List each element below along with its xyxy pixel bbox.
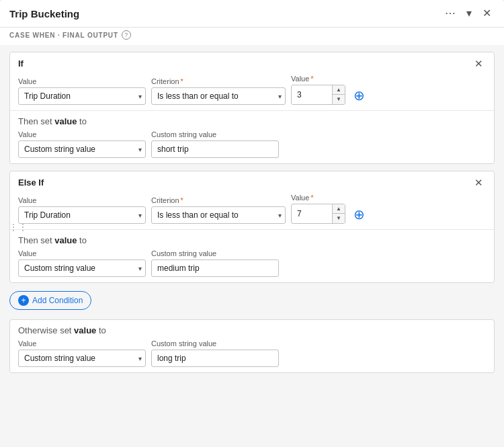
- else-if-then-row: Value Custom string value ▾ Custom strin…: [18, 249, 486, 277]
- if-add-condition-button[interactable]: ⊕: [351, 86, 367, 105]
- else-if-criterion-required: *: [181, 196, 183, 204]
- else-if-value-label: Value: [18, 196, 146, 204]
- if-then-section: Then set value to Value Custom string va…: [10, 110, 494, 163]
- else-if-value2-field-group: Value* ▲ ▼: [291, 194, 345, 224]
- close-icon: ✕: [474, 177, 483, 188]
- modal-title: Trip Bucketing: [9, 8, 442, 19]
- if-then-custom-field-group: Custom string value: [151, 130, 279, 158]
- if-value-stepper: ▲ ▼: [332, 85, 345, 104]
- if-value-input-wrapper: ▲ ▼: [291, 85, 345, 105]
- if-value2-required: *: [310, 75, 313, 83]
- else-if-criterion-field-group: Criterion* Is less than or equal to Is g…: [151, 196, 286, 224]
- if-then-value-select[interactable]: Custom string value: [18, 140, 146, 158]
- modal-body: If ✕ Value Trip Duration Custom string v…: [0, 45, 504, 447]
- trip-bucketing-modal: Trip Bucketing ⋯ ▾ ✕ CASE WHEN · FINAL O…: [0, 0, 504, 447]
- else-if-condition-row: Value Trip Duration Custom string value …: [10, 191, 494, 229]
- if-card-close-button[interactable]: ✕: [472, 58, 486, 69]
- if-value2-label: Value*: [291, 75, 345, 83]
- add-condition-row: + Add Condition: [9, 290, 495, 311]
- subtitle-row: CASE WHEN · FINAL OUTPUT ?: [0, 28, 504, 45]
- if-criterion-select-wrapper: Is less than or equal to Is greater than…: [151, 87, 286, 105]
- otherwise-custom-field-group: Custom string value: [151, 339, 279, 367]
- subtitle-text: CASE WHEN · FINAL OUTPUT: [9, 32, 118, 39]
- if-value-select-wrapper: Trip Duration Custom string value ▾: [18, 87, 146, 105]
- if-then-value-select-wrapper: Custom string value ▾: [18, 140, 146, 158]
- else-if-then-value-select-wrapper: Custom string value ▾: [18, 259, 146, 277]
- help-icon[interactable]: ?: [122, 30, 131, 40]
- if-criterion-select[interactable]: Is less than or equal to Is greater than…: [151, 87, 286, 105]
- if-criterion-field-group: Criterion* Is less than or equal to Is g…: [151, 77, 286, 105]
- else-if-then-value-field-group: Value Custom string value ▾: [18, 249, 146, 277]
- if-criterion-label: Criterion*: [151, 77, 286, 85]
- if-value-label: Value: [18, 77, 146, 85]
- if-then-row: Value Custom string value ▾ Custom strin…: [18, 130, 486, 158]
- else-if-card: ⋮⋮ Else If ✕ Value Trip Duration Custom …: [9, 171, 495, 283]
- chevron-down-icon: ▾: [466, 7, 472, 19]
- close-icon: ✕: [474, 58, 483, 69]
- header-icons: ⋯ ▾ ✕: [442, 7, 495, 20]
- add-condition-plus-icon: +: [18, 295, 29, 306]
- if-then-text-input[interactable]: [151, 140, 279, 158]
- otherwise-section: Otherwise set value to Value Custom stri…: [9, 319, 495, 373]
- if-card: If ✕ Value Trip Duration Custom string v…: [9, 52, 495, 164]
- else-if-then-label: Then set value to: [18, 235, 486, 245]
- else-if-value-stepper: ▲ ▼: [332, 204, 345, 223]
- else-if-then-value-select[interactable]: Custom string value: [18, 259, 146, 277]
- otherwise-value-label: Value: [18, 339, 146, 348]
- more-options-button[interactable]: ⋯: [442, 7, 459, 20]
- if-value2-field-group: Value* ▲ ▼: [291, 75, 345, 105]
- else-if-value-select[interactable]: Trip Duration Custom string value: [18, 206, 146, 224]
- else-if-card-label: Else If: [18, 177, 44, 188]
- if-then-value-label: Value: [18, 130, 146, 138]
- otherwise-label: Otherwise set value to: [18, 325, 486, 335]
- else-if-criterion-select-wrapper: Is less than or equal to Is greater than…: [151, 206, 286, 224]
- otherwise-value-select-wrapper: Custom string value ▾: [18, 350, 146, 367]
- modal-header: Trip Bucketing ⋯ ▾ ✕: [0, 0, 504, 28]
- otherwise-custom-label: Custom string value: [151, 339, 279, 348]
- else-if-add-condition-button[interactable]: ⊕: [351, 205, 367, 224]
- if-value-select[interactable]: Trip Duration Custom string value: [18, 87, 146, 105]
- else-if-value-input-wrapper: ▲ ▼: [291, 204, 345, 224]
- if-value-decrement-button[interactable]: ▼: [333, 95, 345, 104]
- else-if-value-select-wrapper: Trip Duration Custom string value ▾: [18, 206, 146, 224]
- if-then-value-field-group: Value Custom string value ▾: [18, 130, 146, 158]
- else-if-then-custom-field-group: Custom string value: [151, 249, 279, 277]
- else-if-value-field-group: Value Trip Duration Custom string value …: [18, 196, 146, 224]
- plus-circle-icon: ⊕: [353, 206, 365, 222]
- if-then-custom-label: Custom string value: [151, 130, 279, 138]
- else-if-value-input[interactable]: [292, 206, 332, 222]
- if-value-input[interactable]: [292, 87, 332, 103]
- if-then-label: Then set value to: [18, 116, 486, 126]
- else-if-value2-label: Value*: [291, 194, 345, 202]
- else-if-value-decrement-button[interactable]: ▼: [333, 214, 345, 223]
- add-condition-label: Add Condition: [32, 296, 83, 305]
- else-if-then-section: Then set value to Value Custom string va…: [10, 229, 494, 282]
- else-if-criterion-label: Criterion*: [151, 196, 286, 204]
- otherwise-value-field-group: Value Custom string value ▾: [18, 339, 146, 367]
- if-card-label: If: [18, 58, 24, 69]
- close-icon: ✕: [482, 7, 491, 19]
- else-if-criterion-select[interactable]: Is less than or equal to Is greater than…: [151, 206, 286, 224]
- else-if-card-close-button[interactable]: ✕: [472, 177, 486, 188]
- else-if-then-value-label: Value: [18, 249, 146, 257]
- else-if-card-header: Else If ✕: [10, 171, 494, 191]
- else-if-then-text-input[interactable]: [151, 259, 279, 277]
- otherwise-text-input[interactable]: [151, 350, 279, 367]
- if-card-header: If ✕: [10, 52, 494, 72]
- more-icon: ⋯: [445, 7, 456, 19]
- collapse-button[interactable]: ▾: [463, 7, 475, 20]
- if-criterion-required: *: [181, 77, 183, 85]
- plus-circle-icon: ⊕: [353, 87, 365, 104]
- else-if-value-increment-button[interactable]: ▲: [333, 204, 345, 214]
- else-if-value2-required: *: [310, 194, 313, 202]
- close-modal-button[interactable]: ✕: [479, 7, 495, 20]
- otherwise-value-select[interactable]: Custom string value: [18, 350, 146, 367]
- add-condition-button[interactable]: + Add Condition: [9, 291, 91, 310]
- if-value-increment-button[interactable]: ▲: [333, 85, 345, 95]
- if-value-field-group: Value Trip Duration Custom string value …: [18, 77, 146, 105]
- otherwise-row: Value Custom string value ▾ Custom strin…: [18, 339, 486, 367]
- if-condition-row: Value Trip Duration Custom string value …: [10, 72, 494, 110]
- else-if-then-custom-label: Custom string value: [151, 249, 279, 257]
